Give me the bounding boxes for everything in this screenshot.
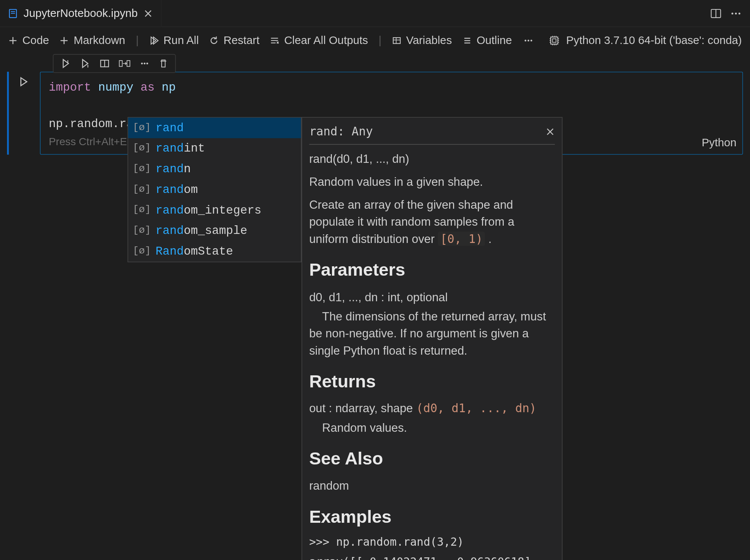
tab-title: JupyterNotebook.ipynb <box>24 7 138 20</box>
svg-rect-19 <box>127 61 130 67</box>
svg-point-22 <box>146 62 148 64</box>
svg-rect-18 <box>119 61 122 67</box>
add-code-label: Code <box>22 34 49 47</box>
code-line-blank <box>49 96 734 114</box>
cell-gutter <box>7 72 40 155</box>
code-editor[interactable]: import numpy as np np.random.rand Press … <box>40 72 743 155</box>
run-cell-icon[interactable] <box>58 57 74 70</box>
doc-params-desc: The dimensions of the returned array, mu… <box>309 308 555 359</box>
toolbar-more-icon[interactable] <box>523 35 534 46</box>
clear-outputs-button[interactable]: Clear All Outputs <box>270 34 368 47</box>
restart-icon <box>209 36 219 45</box>
doc-heading-returns: Returns <box>309 369 555 394</box>
plus-icon <box>8 36 18 45</box>
toolbar-separator: | <box>136 34 139 47</box>
suggestion-item[interactable]: [ø]random_integers <box>128 200 301 221</box>
split-cell-icon[interactable] <box>97 57 112 70</box>
symbol-icon: [ø] <box>133 223 151 238</box>
kernel-picker[interactable]: Python 3.7.10 64-bit ('base': conda) <box>548 34 742 47</box>
svg-point-7 <box>738 12 740 14</box>
add-markdown-label: Markdown <box>74 34 125 47</box>
code-cell: import numpy as np np.random.rand Press … <box>7 72 743 155</box>
variables-button[interactable]: Variables <box>392 34 452 47</box>
symbol-icon: [ø] <box>133 141 151 156</box>
doc-summary: Random values in a given shape. <box>309 173 555 190</box>
run-all-button[interactable]: Run All <box>149 34 199 47</box>
doc-returns-desc: Random values. <box>309 419 555 436</box>
outline-button[interactable]: Outline <box>462 34 512 47</box>
doc-body[interactable]: rand(d0, d1, ..., dn) Random values in a… <box>302 150 562 560</box>
doc-example-line: array([[ 0.14022471, 0.96360618], <box>309 554 555 560</box>
suggestion-item[interactable]: [ø]RandomState <box>128 241 301 262</box>
variables-label: Variables <box>406 34 452 47</box>
run-all-label: Run All <box>164 34 199 47</box>
kernel-label: Python 3.7.10 64-bit ('base': conda) <box>566 34 742 47</box>
cell-toolbar <box>53 54 176 73</box>
intellisense-doc-panel: rand: Any rand(d0, d1, ..., dn) Random v… <box>302 117 562 560</box>
split-editor-icon[interactable] <box>710 8 722 19</box>
symbol-icon: [ø] <box>133 120 151 135</box>
svg-point-12 <box>527 40 529 42</box>
outline-icon <box>462 36 472 45</box>
kernel-icon <box>548 35 560 46</box>
doc-call: rand(d0, d1, ..., dn) <box>309 150 555 167</box>
notebook-toolbar: Code Markdown | Run All Restart Clear Al <box>0 27 750 54</box>
cells-container: import numpy as np np.random.rand Press … <box>0 54 750 155</box>
svg-rect-15 <box>553 39 556 42</box>
doc-signature: rand: Any <box>309 122 373 140</box>
suggestion-item[interactable]: [ø]random <box>128 179 301 200</box>
cell-more-icon[interactable] <box>137 57 152 70</box>
clear-outputs-label: Clear All Outputs <box>284 34 368 47</box>
doc-returns-line: out : ndarray, shape (d0, d1, ..., dn) <box>309 400 555 417</box>
tab-bar: JupyterNotebook.ipynb <box>0 0 750 27</box>
svg-point-5 <box>732 12 733 14</box>
close-icon[interactable] <box>144 9 153 18</box>
close-icon[interactable] <box>545 127 555 136</box>
restart-button[interactable]: Restart <box>209 34 259 47</box>
notebook-file-icon <box>8 9 18 18</box>
svg-rect-14 <box>551 37 558 44</box>
doc-desc: Create an array of the given shape and p… <box>309 196 555 247</box>
doc-heading-examples: Examples <box>309 504 555 529</box>
svg-point-21 <box>144 62 145 64</box>
svg-point-13 <box>530 40 532 42</box>
add-markdown-cell-button[interactable]: Markdown <box>60 34 126 47</box>
doc-example-line: >>> np.random.rand(3,2) <box>309 534 555 550</box>
suggestion-item[interactable]: [ø]randint <box>128 138 301 159</box>
clear-outputs-icon <box>270 36 279 45</box>
add-code-cell-button[interactable]: Code <box>8 34 49 47</box>
svg-point-20 <box>141 62 143 64</box>
symbol-icon: [ø] <box>133 161 151 177</box>
svg-rect-8 <box>393 38 400 44</box>
more-actions-icon[interactable] <box>730 8 742 19</box>
svg-point-11 <box>524 40 526 42</box>
symbol-icon: [ø] <box>133 202 151 218</box>
symbol-icon: [ø] <box>133 182 151 197</box>
svg-rect-2 <box>11 13 15 14</box>
run-by-line-icon[interactable] <box>77 57 93 70</box>
variables-icon <box>392 36 402 45</box>
cell-language-label[interactable]: Python <box>702 134 736 152</box>
suggestion-item[interactable]: [ø]random_sample <box>128 220 301 241</box>
doc-heading-seealso: See Also <box>309 446 555 471</box>
delete-cell-icon[interactable] <box>156 57 171 70</box>
plus-icon <box>60 36 69 45</box>
symbol-icon: [ø] <box>133 244 151 259</box>
doc-params-line: d0, d1, ..., dn : int, optional <box>309 288 555 305</box>
suggestion-item[interactable]: [ø]randn <box>128 159 301 179</box>
tabs: JupyterNotebook.ipynb <box>0 0 162 26</box>
diff-icon[interactable] <box>117 57 133 70</box>
suggestion-item[interactable]: [ø]rand <box>128 118 301 138</box>
restart-label: Restart <box>223 34 259 47</box>
run-cell-gutter-icon[interactable] <box>18 76 29 87</box>
outline-label: Outline <box>477 34 512 47</box>
editor-title-actions <box>710 8 750 19</box>
doc-seealso: random <box>309 477 555 494</box>
doc-heading-parameters: Parameters <box>309 257 555 282</box>
intellisense-suggest: [ø]rand[ø]randint[ø]randn[ø]random[ø]ran… <box>127 117 302 262</box>
code-line: import numpy as np <box>49 78 734 96</box>
tab-jupyter-notebook[interactable]: JupyterNotebook.ipynb <box>0 0 162 26</box>
svg-rect-1 <box>11 11 15 12</box>
svg-point-6 <box>735 12 737 14</box>
toolbar-separator: | <box>379 34 382 47</box>
